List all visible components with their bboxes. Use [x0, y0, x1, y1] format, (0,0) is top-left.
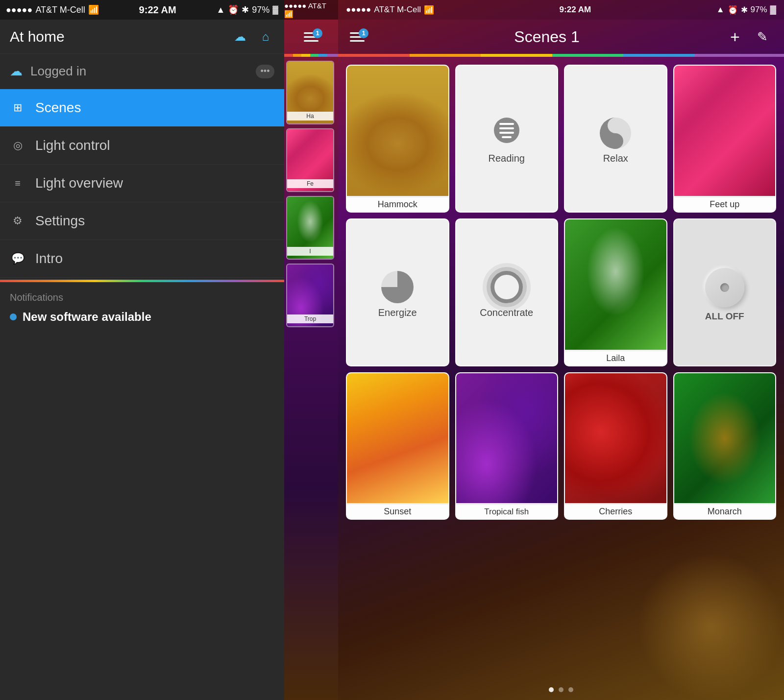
right-location-icon: ▲ — [716, 5, 725, 15]
location-icon: ▲ — [216, 5, 225, 15]
nav-item-settings[interactable]: ⚙ Settings — [0, 202, 284, 240]
nav-label-scenes: Scenes — [35, 100, 81, 116]
mid-tile-tropical[interactable]: Trop — [286, 264, 334, 327]
scene-tile-feetup[interactable]: Feet up — [673, 65, 777, 213]
mid-tile-laila[interactable]: I — [286, 196, 334, 260]
mid-tile-hammock-label: Ha — [286, 112, 334, 121]
alarm-icon: ⏰ — [228, 4, 239, 15]
scene-tile-laila[interactable]: Laila — [564, 218, 667, 366]
cloud-icon[interactable]: ☁ — [231, 28, 249, 46]
nav-label-settings: Settings — [35, 213, 85, 229]
right-carrier: AT&T M-Cell — [374, 5, 421, 15]
laila-image — [565, 219, 666, 350]
right-status-left: ●●●●● AT&T M-Cell 📶 — [346, 5, 434, 15]
reading-label: Reading — [488, 153, 525, 164]
right-battery-icon: ▓ — [770, 5, 776, 15]
right-bluetooth-icon: ✱ — [741, 5, 748, 15]
mid-topbar: 1 — [284, 20, 338, 54]
pagination — [338, 681, 784, 700]
scene-tile-alloff[interactable]: ALL OFF — [673, 218, 777, 366]
hammock-label: Hammock — [347, 197, 448, 212]
home-icon[interactable]: ⌂ — [257, 28, 274, 46]
relax-label: Relax — [603, 153, 628, 164]
notification-item: New software available — [10, 310, 274, 324]
account-cloud-icon: ☁ — [10, 64, 23, 79]
nav-item-intro[interactable]: 💬 Intro — [0, 240, 284, 278]
cherries-image — [565, 373, 666, 504]
sunset-image — [347, 373, 448, 504]
concentrate-label: Concentrate — [480, 307, 533, 318]
relax-yin-yang-icon — [600, 118, 631, 149]
notifications-title: Notifications — [10, 292, 274, 303]
battery-label: 97% — [252, 5, 270, 15]
status-right: ▲ ⏰ ✱ 97% ▓ — [216, 4, 278, 15]
status-left: ●●●●● AT&T M-Cell 📶 — [6, 4, 99, 15]
right-status-bar: ●●●●● AT&T M-Cell 📶 9:22 AM ▲ ⏰ ✱ 97% ▓ — [338, 0, 784, 20]
tropical-label: Tropical fish — [456, 505, 558, 519]
monarch-label: Monarch — [674, 505, 776, 519]
light-overview-icon: ≡ — [10, 178, 25, 189]
nav-label-light-control: Light control — [35, 138, 110, 153]
scene-tile-monarch[interactable]: Monarch — [673, 372, 777, 520]
nav-item-light-overview[interactable]: ≡ Light overview — [0, 165, 284, 202]
scene-tile-reading[interactable]: Reading — [455, 65, 559, 213]
feetup-label: Feet up — [674, 197, 776, 212]
scene-tile-hammock[interactable]: Hammock — [346, 65, 449, 213]
left-panel: ●●●●● AT&T M-Cell 📶 9:22 AM ▲ ⏰ ✱ 97% ▓ … — [0, 0, 284, 700]
concentrate-icon — [490, 271, 523, 303]
scenes-icon: ⊞ — [10, 101, 25, 114]
signal-dots: ●●●●● — [6, 5, 32, 15]
notification-dot — [10, 314, 17, 320]
energize-icon — [381, 271, 414, 303]
more-options-button[interactable]: ••• — [256, 65, 274, 78]
scene-tile-energize[interactable]: Energize — [346, 218, 449, 366]
scene-tile-tropical[interactable]: Tropical fish — [455, 372, 559, 520]
left-topbar: At home ☁ ⌂ — [0, 20, 284, 54]
mid-tile-feetup[interactable]: Fe — [286, 128, 334, 192]
pagination-dot-1[interactable] — [549, 687, 554, 692]
mid-tile-laila-label: I — [286, 247, 334, 256]
logged-in-row: ☁ Logged in ••• — [0, 54, 284, 89]
scene-tile-relax[interactable]: Relax — [564, 65, 667, 213]
bluetooth-icon: ✱ — [242, 4, 249, 15]
notification-text: New software available — [23, 310, 151, 324]
right-signal-dots: ●●●●● — [346, 5, 371, 15]
right-line-3 — [350, 40, 365, 42]
laila-label: Laila — [565, 351, 666, 365]
left-status-bar: ●●●●● AT&T M-Cell 📶 9:22 AM ▲ ⏰ ✱ 97% ▓ — [0, 0, 284, 20]
right-hamburger-button[interactable]: 1 — [350, 32, 365, 42]
nav-item-light-control[interactable]: ◎ Light control — [0, 127, 284, 165]
pagination-dot-3[interactable] — [568, 687, 573, 692]
edit-scene-button[interactable]: ✎ — [753, 27, 772, 47]
scene-tile-cherries[interactable]: Cherries — [564, 372, 667, 520]
energize-label: Energize — [378, 307, 417, 318]
topbar-icons: ☁ ⌂ — [231, 28, 274, 46]
nav-label-intro: Intro — [35, 251, 63, 266]
middle-strip-content: ●●●●● AT&T 📶 1 Ha Fe — [284, 0, 338, 700]
right-menu-badge: 1 — [359, 28, 368, 38]
nav-item-scenes[interactable]: ⊞ Scenes — [0, 89, 284, 127]
notifications-section: Notifications New software available — [0, 284, 284, 329]
hamburger-line-3 — [304, 40, 318, 42]
right-battery-label: 97% — [751, 5, 767, 15]
mid-tile-hammock[interactable]: Ha — [286, 61, 334, 124]
hamburger-menu-button[interactable]: 1 — [304, 32, 318, 42]
cherries-label: Cherries — [565, 505, 666, 519]
scene-tile-concentrate[interactable]: Concentrate — [455, 218, 559, 366]
app-title: At home — [10, 28, 65, 45]
menu-badge: 1 — [313, 28, 322, 38]
feetup-image — [674, 66, 776, 196]
alloff-label: ALL OFF — [705, 311, 744, 322]
monarch-image — [674, 373, 776, 504]
logged-in-label: Logged in — [30, 64, 248, 79]
hammock-image — [347, 66, 448, 196]
right-topbar: 1 Scenes 1 + ✎ — [338, 20, 784, 54]
pagination-dot-2[interactable] — [559, 687, 564, 692]
right-wifi-icon: 📶 — [424, 5, 434, 15]
add-scene-button[interactable]: + — [725, 27, 745, 47]
tropical-image — [456, 373, 558, 504]
mid-tile-feetup-label: Fe — [286, 179, 334, 188]
middle-strip: ●●●●● AT&T 📶 1 Ha Fe — [284, 0, 338, 700]
scenes-title: Scenes 1 — [376, 28, 717, 46]
scene-tile-sunset[interactable]: Sunset — [346, 372, 449, 520]
